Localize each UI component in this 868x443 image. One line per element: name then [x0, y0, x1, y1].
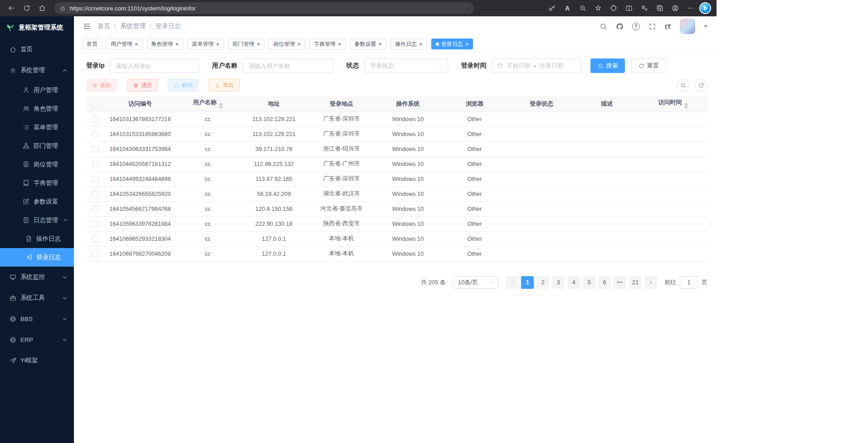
fullscreen-icon[interactable]: [649, 23, 656, 30]
split-screen-icon[interactable]: [621, 1, 637, 15]
password-manager-icon[interactable]: [544, 1, 560, 15]
unlock-button[interactable]: 解锁: [168, 79, 199, 92]
username-input[interactable]: [243, 58, 333, 73]
collections-icon[interactable]: [652, 1, 668, 15]
extensions-icon[interactable]: [606, 1, 621, 15]
sidebar-item-11[interactable]: 登录日志: [0, 248, 74, 267]
site-security-icon[interactable]: [60, 5, 66, 11]
page-6-button[interactable]: 6: [598, 276, 611, 289]
column-header-2[interactable]: 用户名称: [176, 96, 239, 112]
app-logo[interactable]: 意框架管理系统: [0, 16, 74, 39]
row-checkbox[interactable]: [92, 191, 98, 197]
close-tab-icon[interactable]: ×: [216, 41, 219, 47]
breadcrumb-item[interactable]: 登录日志: [156, 22, 181, 30]
row-checkbox[interactable]: [92, 236, 98, 242]
sidebar-item-6[interactable]: 岗位管理: [0, 155, 74, 174]
prev-page-button[interactable]: [506, 276, 518, 289]
header-search-icon[interactable]: [600, 23, 607, 30]
page-21-button[interactable]: 21: [629, 276, 642, 289]
browser-home-button[interactable]: [34, 1, 50, 15]
sidebar-item-16[interactable]: Yi框架: [0, 350, 74, 371]
page-4-button[interactable]: 4: [567, 276, 580, 289]
search-button[interactable]: 搜索: [590, 58, 625, 73]
browser-back-button[interactable]: [4, 1, 19, 15]
close-tab-icon[interactable]: ×: [257, 41, 260, 47]
tab-登录日志[interactable]: 登录日志×: [431, 39, 473, 49]
tab-字典管理[interactable]: 字典管理×: [309, 39, 346, 49]
sidebar-item-7[interactable]: 字典管理: [0, 174, 74, 192]
font-size-icon[interactable]: tT: [665, 23, 671, 30]
zoom-icon[interactable]: [575, 1, 590, 15]
select-all-checkbox[interactable]: [92, 101, 98, 107]
row-checkbox[interactable]: [92, 146, 98, 152]
tab-岗位管理[interactable]: 岗位管理×: [268, 39, 305, 49]
toggle-search-button[interactable]: [677, 79, 689, 92]
date-range-picker[interactable]: 开始日期 - 结束日期: [492, 58, 581, 73]
breadcrumb-item[interactable]: 系统管理: [120, 22, 146, 30]
login-ip-input[interactable]: [110, 58, 199, 73]
reset-button[interactable]: 重置: [631, 58, 666, 73]
sidebar-item-2[interactable]: 用户管理: [0, 81, 74, 99]
clear-button[interactable]: 清空: [127, 79, 158, 92]
delete-button[interactable]: 删除: [86, 79, 117, 92]
browser-profile-icon[interactable]: [668, 1, 683, 15]
close-tab-icon[interactable]: ×: [176, 41, 179, 47]
more-pages-button[interactable]: •••: [614, 276, 626, 289]
read-aloud-icon[interactable]: A: [560, 1, 575, 15]
github-icon[interactable]: [616, 23, 624, 30]
tab-角色管理[interactable]: 角色管理×: [147, 39, 184, 49]
sidebar-item-3[interactable]: 角色管理: [0, 99, 74, 118]
page-2-button[interactable]: 2: [536, 276, 549, 289]
address-bar[interactable]: https://ccnetcore.com:1101/system/log/lo…: [54, 2, 474, 14]
row-checkbox[interactable]: [92, 116, 98, 122]
column-header-9[interactable]: 访问时间: [639, 96, 707, 112]
sidebar-item-15[interactable]: ERP: [0, 329, 74, 350]
breadcrumb-item[interactable]: 首页: [98, 22, 110, 30]
sort-icon[interactable]: [684, 102, 688, 109]
sidebar-item-14[interactable]: BBS: [0, 308, 74, 329]
tab-操作日志[interactable]: 操作日志×: [390, 39, 427, 49]
row-checkbox[interactable]: [92, 251, 98, 257]
user-avatar[interactable]: [680, 19, 695, 34]
add-favorite-icon[interactable]: [590, 1, 606, 15]
table-refresh-button[interactable]: [695, 79, 707, 92]
browser-menu-icon[interactable]: [683, 1, 698, 15]
close-tab-icon[interactable]: ×: [297, 41, 301, 47]
sidebar-item-9[interactable]: 日志管理: [0, 211, 74, 229]
close-tab-icon[interactable]: ×: [338, 41, 341, 47]
page-1-button[interactable]: 1: [521, 276, 534, 289]
favorites-icon[interactable]: [637, 1, 652, 15]
page-5-button[interactable]: 5: [583, 276, 595, 289]
sidebar-item-0[interactable]: 首页: [0, 39, 74, 60]
export-button[interactable]: 导出: [209, 79, 239, 92]
goto-page-input[interactable]: [680, 276, 698, 289]
row-checkbox[interactable]: [92, 206, 98, 212]
user-menu-caret-icon[interactable]: [704, 25, 707, 28]
sidebar-item-5[interactable]: 部门管理: [0, 136, 74, 155]
close-tab-icon[interactable]: ×: [135, 41, 138, 47]
sidebar-item-13[interactable]: 系统工具: [0, 287, 74, 308]
sidebar-item-1[interactable]: 系统管理: [0, 60, 74, 81]
sidebar-item-10[interactable]: 操作日志: [0, 229, 74, 248]
bing-icon[interactable]: b: [700, 3, 710, 13]
row-checkbox[interactable]: [92, 131, 98, 137]
row-checkbox[interactable]: [92, 176, 98, 182]
row-checkbox[interactable]: [92, 221, 98, 227]
sidebar-item-4[interactable]: 菜单管理: [0, 118, 74, 136]
status-select[interactable]: 登录状态: [364, 58, 448, 73]
close-tab-icon[interactable]: ×: [465, 41, 469, 47]
help-icon[interactable]: ?: [632, 23, 640, 30]
collapse-sidebar-icon[interactable]: [83, 22, 91, 30]
page-size-select[interactable]: 10条/页: [453, 276, 498, 289]
tab-部门管理[interactable]: 部门管理×: [228, 39, 265, 49]
close-tab-icon[interactable]: ×: [419, 41, 423, 47]
row-checkbox[interactable]: [92, 161, 98, 167]
tab-用户管理[interactable]: 用户管理×: [106, 39, 143, 49]
tab-首页[interactable]: 首页: [82, 39, 102, 49]
tab-菜单管理[interactable]: 菜单管理×: [187, 39, 224, 49]
sort-icon[interactable]: [219, 102, 223, 109]
sidebar-item-8[interactable]: 参数设置: [0, 192, 74, 211]
next-page-button[interactable]: [644, 276, 657, 289]
tab-参数设置[interactable]: 参数设置×: [350, 39, 387, 49]
page-3-button[interactable]: 3: [552, 276, 565, 289]
